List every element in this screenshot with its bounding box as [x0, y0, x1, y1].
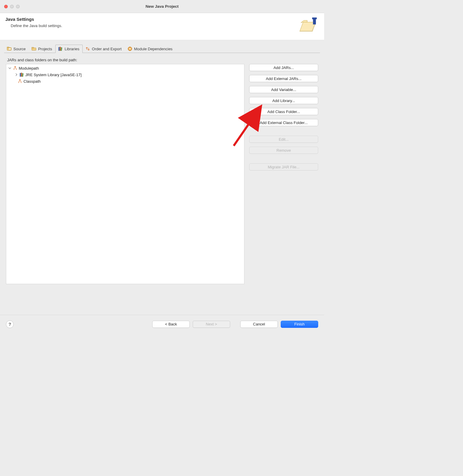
tab-label: Order and Export: [92, 47, 122, 51]
tab-libraries[interactable]: Libraries: [55, 45, 83, 53]
close-window-button[interactable]: [4, 5, 8, 8]
next-button: Next >: [193, 321, 230, 328]
svg-rect-10: [59, 47, 59, 51]
tab-label: Libraries: [65, 47, 79, 51]
order-export-icon: [85, 46, 90, 51]
classpath-icon: [18, 79, 22, 84]
svg-rect-17: [22, 73, 23, 76]
wizard-header: Java Settings Define the Java build sett…: [0, 13, 324, 40]
tab-module-dependencies[interactable]: M Module Dependencies: [125, 45, 176, 53]
svg-rect-7: [9, 48, 11, 50]
tree-node-label: Classpath: [23, 79, 41, 84]
svg-rect-15: [20, 73, 21, 76]
add-library-button[interactable]: Add Library...: [249, 97, 318, 104]
add-jars-button[interactable]: Add JARs...: [249, 64, 318, 71]
titlebar: New Java Project: [0, 0, 324, 13]
page-subtitle: Define the Java build settings.: [5, 24, 62, 28]
tab-label: Module Dependencies: [134, 47, 172, 51]
page-title: Java Settings: [5, 17, 62, 22]
tree-node-label: Modulepath: [19, 66, 39, 71]
add-external-jars-button[interactable]: Add External JARs...: [249, 75, 318, 82]
migrate-jar-button: Migrate JAR File...: [249, 163, 318, 170]
cancel-button[interactable]: Cancel: [240, 321, 278, 328]
help-button[interactable]: ?: [6, 320, 14, 328]
modulepath-icon: [13, 66, 18, 71]
svg-rect-12: [61, 48, 62, 51]
back-button[interactable]: < Back: [152, 321, 190, 328]
tree-node-label: JRE System Library [JavaSE-17]: [25, 73, 81, 77]
tree-node-classpath[interactable]: Classpath: [6, 78, 244, 84]
tab-source[interactable]: Source: [4, 45, 29, 53]
module-deps-icon: M: [128, 46, 132, 51]
zoom-window-button[interactable]: [16, 5, 20, 8]
svg-rect-9: [32, 47, 34, 48]
list-heading: JARs and class folders on the build path…: [7, 58, 317, 62]
svg-text:M: M: [129, 47, 131, 50]
svg-rect-4: [312, 18, 317, 19]
window-title: New Java Project: [145, 4, 178, 9]
tab-order-and-export[interactable]: Order and Export: [83, 45, 125, 53]
source-folder-icon: [7, 46, 12, 51]
wizard-footer: ? < Back Next > Cancel Finish: [0, 315, 324, 333]
add-external-class-folder-button[interactable]: Add External Class Folder...: [249, 119, 318, 126]
libraries-icon: [58, 46, 63, 51]
tab-label: Source: [13, 47, 26, 51]
remove-button: Remove: [249, 147, 318, 154]
tree-node-modulepath[interactable]: Modulepath: [6, 65, 244, 71]
chevron-right-icon[interactable]: [15, 73, 18, 76]
tree-node-jre-library[interactable]: JRE System Library [JavaSE-17]: [6, 71, 244, 78]
chevron-down-icon[interactable]: [8, 66, 12, 70]
edit-button: Edit...: [249, 136, 318, 143]
window-controls: [4, 5, 20, 8]
svg-rect-16: [21, 73, 22, 76]
svg-rect-11: [60, 47, 61, 51]
wizard-banner-icon: [299, 17, 319, 35]
minimize-window-button[interactable]: [10, 5, 14, 8]
projects-folder-icon: [32, 46, 36, 51]
side-button-column: Add JARs... Add External JARs... Add Var…: [249, 64, 318, 284]
build-path-tree[interactable]: Modulepath JRE System Library [JavaSE-17…: [6, 64, 244, 284]
svg-rect-3: [313, 19, 316, 24]
add-variable-button[interactable]: Add Variable...: [249, 86, 318, 93]
svg-rect-6: [7, 47, 9, 48]
tab-label: Projects: [38, 47, 52, 51]
libraries-panel: JARs and class folders on the build path…: [0, 53, 324, 284]
library-books-icon: [19, 72, 24, 77]
finish-button[interactable]: Finish: [281, 321, 318, 328]
tab-strip: Source Projects Libraries Order and Expo…: [0, 40, 324, 53]
add-class-folder-button[interactable]: Add Class Folder...: [249, 108, 318, 115]
tab-projects[interactable]: Projects: [29, 45, 55, 53]
